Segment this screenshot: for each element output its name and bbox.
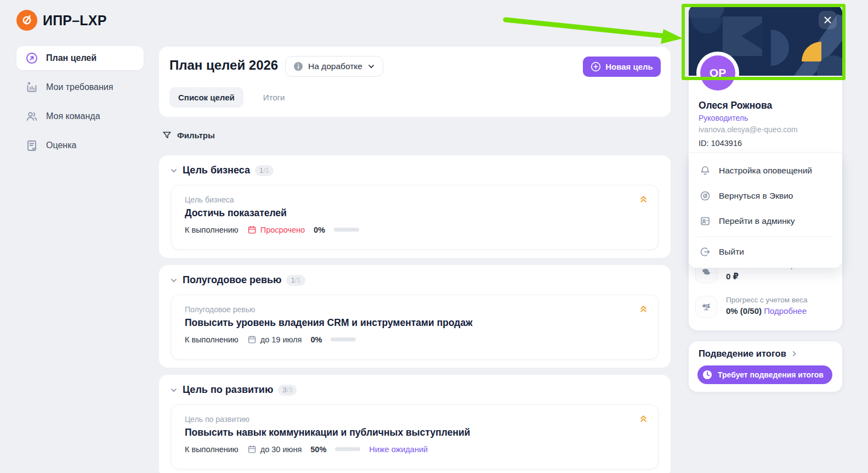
section-count-badge: 1/1 (286, 275, 305, 286)
chevron-down-icon (367, 63, 375, 70)
goal-title: Повысить уровень владения CRM и инструме… (185, 317, 473, 329)
sidebar-item-assessment[interactable]: Оценка (16, 133, 144, 157)
goal-status: К выполнению (185, 445, 239, 454)
section-header[interactable]: Цель по развитию 3/3 (170, 384, 297, 396)
goal-card[interactable]: Цель бизнеса Достичь показателей К выпол… (171, 185, 659, 250)
goal-deadline: до 30 июня (247, 444, 302, 454)
goal-percent: 50% (310, 445, 326, 454)
goal-progress-bar (331, 337, 356, 341)
profile-menu: Настройка оповещений Вернуться в Эквио П… (689, 153, 842, 268)
profile-name: Олеся Рожнова (699, 100, 772, 111)
priority-high-icon (639, 194, 648, 204)
stat-value: 0% (0/50) Подробнее (726, 306, 808, 316)
profile-id: ID: 1043916 (699, 139, 742, 148)
calendar-icon (247, 225, 257, 234)
sidebar-item-my-requirements[interactable]: Мои требования (16, 75, 144, 99)
page-title: План целей 2026 (169, 58, 278, 73)
goal-rating-link[interactable]: Ниже ожиданий (369, 445, 428, 454)
goal-deadline: до 19 июля (247, 335, 302, 344)
goal-category: Полугодовое ревью (185, 305, 256, 314)
goal-category: Цель бизнеса (185, 195, 234, 204)
goal-progress-bar (334, 228, 359, 232)
sidebar-item-my-team[interactable]: Моя команда (16, 104, 144, 128)
stat-value: 0 ₽ (726, 272, 808, 281)
team-icon (25, 110, 38, 123)
goal-card[interactable]: Полугодовое ревью Повысить уровень владе… (171, 295, 659, 359)
section-header[interactable]: Полугодовое ревью 1/1 (170, 274, 305, 286)
priority-high-icon (639, 414, 648, 423)
section-half-year-review: Полугодовое ревью 1/1 Полугодовое ревью … (159, 265, 671, 368)
section-business-goal: Цель бизнеса 1/1 Цель бизнеса Достичь по… (159, 155, 671, 258)
filters-label: Фильтры (177, 131, 215, 140)
filter-funnel-icon (162, 131, 172, 140)
details-link[interactable]: Подробнее (764, 306, 807, 316)
goal-title: Повысить навык коммуникации и публичных … (185, 427, 470, 438)
goal-status: К выполнению (185, 335, 239, 344)
menu-item-admin-panel[interactable]: Перейти в админку (689, 210, 842, 232)
plus-circle-icon (591, 61, 601, 72)
status-dropdown[interactable]: На доработке (285, 56, 383, 77)
goal-percent: 0% (314, 226, 325, 234)
info-icon (293, 61, 303, 71)
calendar-icon (247, 444, 257, 454)
stat-label: Прогресс с учетом веса (726, 296, 808, 304)
section-header[interactable]: Цель бизнеса 1/1 (170, 165, 274, 176)
sidebar-item-label: Моя команда (46, 111, 100, 121)
sidebar-item-goal-plan[interactable]: План целей (16, 46, 144, 70)
menu-item-notifications[interactable]: Настройка оповещений (689, 160, 842, 182)
avatar: ОР (696, 52, 739, 94)
profile-email: ivanova.olesya@e-queo.com (699, 125, 798, 134)
goal-title: Достичь показателей (185, 207, 287, 219)
section-development-goal: Цель по развитию 3/3 Цель по развитию По… (159, 375, 671, 473)
bell-icon (700, 165, 711, 176)
app-logo-icon (16, 10, 37, 31)
goal-card[interactable]: Цель по развитию Повысить навык коммуник… (171, 404, 659, 469)
equeo-icon (700, 190, 711, 201)
sidebar-item-label: План целей (46, 53, 97, 63)
chevron-down-icon (170, 167, 178, 174)
section-title: Цель по развитию (183, 384, 273, 396)
sidebar-item-label: Мои требования (46, 82, 113, 92)
goal-category: Цель по развитию (185, 415, 249, 424)
chevron-right-icon (791, 350, 798, 357)
annotation-arrow (493, 12, 687, 46)
chevron-down-icon (170, 386, 178, 394)
app-name: ИПР–LXP (43, 13, 107, 29)
close-icon[interactable] (819, 11, 837, 29)
goal-deadline: Просрочено (247, 225, 305, 234)
menu-divider (697, 236, 833, 237)
summary-header[interactable]: Подведение итогов (699, 348, 798, 359)
bar-chart-icon (25, 81, 38, 94)
tab-results[interactable]: Итоги (254, 87, 294, 108)
section-title: Полугодовое ревью (183, 274, 281, 286)
app-logo: ИПР–LXP (16, 10, 107, 31)
goal-percent: 0% (310, 335, 322, 344)
goal-plan-icon (25, 52, 38, 65)
assessment-icon (25, 139, 38, 152)
section-count-badge: 3/3 (278, 385, 297, 396)
section-count-badge: 1/1 (255, 165, 274, 176)
menu-item-logout[interactable]: Выйти (689, 241, 842, 263)
menu-item-back-to-equeo[interactable]: Вернуться в Эквио (689, 185, 842, 207)
tab-goal-list[interactable]: Список целей (169, 87, 243, 108)
logout-icon (700, 246, 711, 257)
new-goal-button[interactable]: Новая цель (583, 57, 661, 77)
goal-status: К выполнению (185, 226, 239, 234)
calendar-icon (247, 335, 257, 344)
clock-icon (702, 369, 713, 380)
goal-progress-bar (335, 447, 360, 451)
new-goal-label: Новая цель (605, 62, 653, 71)
stat-weighted-progress: Прогресс с учетом веса 0% (0/50) Подробн… (695, 296, 808, 318)
profile-role[interactable]: Руководитель (699, 114, 748, 122)
status-label: На доработке (308, 61, 362, 71)
section-title: Цель бизнеса (183, 165, 250, 176)
filters-button[interactable]: Фильтры (162, 131, 215, 140)
scales-icon (695, 296, 717, 318)
summary-card: Подведение итогов Требует подведения ито… (689, 341, 842, 392)
summary-status-button[interactable]: Требует подведения итогов (697, 365, 832, 384)
summary-status-label: Требует подведения итогов (718, 370, 824, 379)
summary-title: Подведение итогов (699, 348, 786, 359)
tabs: Список целей Итоги (169, 87, 293, 108)
id-card-icon (700, 216, 711, 227)
sidebar-item-label: Оценка (46, 140, 76, 150)
